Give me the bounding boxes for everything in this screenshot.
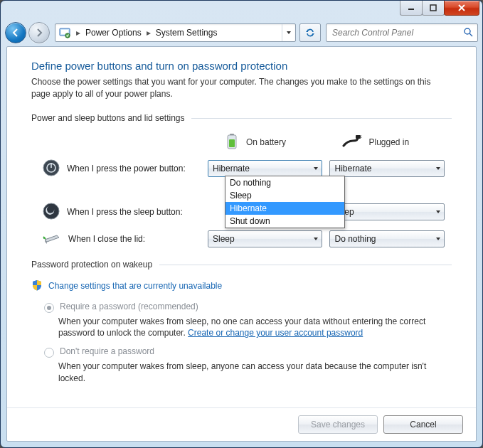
svg-rect-10 bbox=[360, 135, 361, 136]
radio-button-disabled bbox=[44, 348, 54, 358]
radio-dont-require-password: Don't require a password bbox=[44, 346, 452, 358]
dropdown-power-battery[interactable]: Hibernate bbox=[208, 160, 323, 177]
radio-label: Require a password (recommended) bbox=[60, 302, 198, 311]
address-bar[interactable]: ▸ Power Options ▸ System Settings bbox=[55, 23, 296, 42]
radio-norequire-description: When your computer wakes from sleep, any… bbox=[58, 361, 452, 385]
group-header-buttons-lid: Power and sleep buttons and lid settings bbox=[31, 113, 452, 123]
dropdown-lid-plugged[interactable]: Do nothing bbox=[329, 230, 445, 247]
divider bbox=[159, 265, 452, 265]
row-label: When I press the power button: bbox=[67, 164, 186, 174]
plug-icon bbox=[342, 135, 362, 150]
search-input[interactable] bbox=[331, 27, 460, 38]
caption-buttons bbox=[400, 0, 479, 16]
search-icon[interactable] bbox=[463, 27, 473, 39]
page-description: Choose the power settings that you want … bbox=[31, 76, 452, 100]
svg-rect-15 bbox=[51, 163, 52, 168]
shield-icon bbox=[31, 279, 43, 293]
svg-rect-8 bbox=[229, 139, 235, 147]
dropdown-option[interactable]: Sleep bbox=[225, 189, 344, 202]
content-panel: Define power buttons and turn on passwor… bbox=[6, 46, 477, 442]
page-title: Define power buttons and turn on passwor… bbox=[31, 60, 452, 72]
chevron-down-icon bbox=[313, 234, 319, 244]
dropdown-option[interactable]: Do nothing bbox=[225, 176, 344, 189]
dropdown-value: Do nothing bbox=[334, 234, 376, 244]
cancel-button[interactable]: Cancel bbox=[383, 415, 463, 434]
address-dropdown[interactable] bbox=[282, 24, 295, 41]
dropdown-value: Sleep bbox=[213, 234, 235, 244]
window-frame: ▸ Power Options ▸ System Settings bbox=[0, 0, 483, 448]
chevron-down-icon bbox=[435, 207, 441, 217]
dropdown-lid-battery[interactable]: Sleep bbox=[208, 230, 323, 247]
radio-label: Don't require a password bbox=[60, 346, 154, 356]
change-settings-link[interactable]: Change settings that are currently unava… bbox=[48, 281, 222, 291]
breadcrumb-item-system-settings[interactable]: System Settings bbox=[153, 24, 221, 41]
navigation-bar: ▸ Power Options ▸ System Settings bbox=[1, 21, 482, 46]
back-button[interactable] bbox=[5, 22, 26, 43]
svg-rect-9 bbox=[356, 135, 361, 139]
forward-button[interactable] bbox=[28, 22, 50, 43]
dropdown-option[interactable]: Shut down bbox=[225, 215, 344, 228]
row-power-button: When I press the power button: Hibernate… bbox=[31, 159, 452, 178]
chevron-down-icon bbox=[435, 164, 441, 174]
svg-point-5 bbox=[465, 28, 470, 34]
columns-header: On battery Plugged in bbox=[225, 133, 452, 152]
group-header-password: Password protection on wakeup bbox=[31, 260, 452, 270]
column-label: Plugged in bbox=[369, 137, 410, 147]
maximize-button[interactable] bbox=[422, 0, 445, 16]
titlebar[interactable] bbox=[1, 1, 482, 21]
radio-require-description: When your computer wakes from sleep, no … bbox=[58, 316, 452, 340]
radio-require-password: Require a password (recommended) bbox=[44, 302, 452, 313]
chevron-down-icon bbox=[435, 234, 441, 244]
dropdown-value: Hibernate bbox=[334, 164, 371, 174]
row-label: When I close the lid: bbox=[68, 234, 145, 244]
power-icon bbox=[43, 159, 60, 178]
save-changes-button[interactable]: Save changes bbox=[298, 415, 378, 434]
column-plugged-in: Plugged in bbox=[342, 133, 452, 152]
group-header-label: Password protection on wakeup bbox=[31, 260, 152, 270]
svg-rect-1 bbox=[430, 5, 436, 11]
breadcrumb-item-power-options[interactable]: Power Options bbox=[83, 24, 144, 41]
dropdown-option-selected[interactable]: Hibernate bbox=[225, 202, 344, 215]
lid-icon bbox=[43, 230, 61, 248]
column-on-battery: On battery bbox=[225, 133, 335, 152]
sleep-icon bbox=[43, 203, 60, 222]
close-button[interactable] bbox=[444, 0, 479, 16]
dropdown-list-open: Do nothing Sleep Hibernate Shut down bbox=[225, 176, 345, 228]
minimize-button[interactable] bbox=[400, 0, 423, 16]
battery-icon bbox=[225, 133, 239, 152]
chevron-down-icon bbox=[313, 164, 319, 174]
create-password-link[interactable]: Create or change your user account passw… bbox=[188, 328, 363, 338]
breadcrumb-root-icon[interactable] bbox=[55, 24, 74, 41]
svg-rect-11 bbox=[360, 137, 361, 138]
change-settings-link-row: Change settings that are currently unava… bbox=[31, 279, 452, 293]
row-close-lid: When I close the lid: Sleep Do nothing bbox=[31, 230, 452, 248]
breadcrumb-caret[interactable]: ▸ bbox=[74, 28, 83, 38]
dropdown-power-plugged[interactable]: Hibernate bbox=[329, 160, 445, 177]
radio-button-disabled bbox=[44, 303, 54, 313]
row-label: When I press the sleep button: bbox=[67, 207, 183, 217]
breadcrumb-caret[interactable]: ▸ bbox=[144, 28, 153, 38]
column-label: On battery bbox=[246, 137, 286, 147]
group-header-label: Power and sleep buttons and lid settings bbox=[31, 113, 184, 123]
refresh-button[interactable] bbox=[299, 23, 321, 42]
divider bbox=[191, 118, 452, 119]
footer-buttons: Save changes Cancel bbox=[7, 407, 476, 441]
search-box[interactable] bbox=[326, 23, 478, 42]
svg-rect-0 bbox=[408, 9, 414, 10]
dropdown-value: Hibernate bbox=[213, 164, 250, 174]
